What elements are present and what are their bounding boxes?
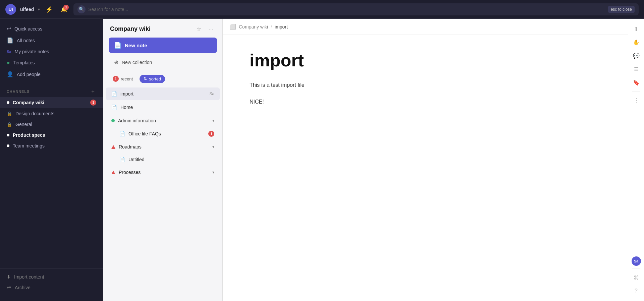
note-icon-home: 📄 — [111, 105, 117, 110]
collection-dot-roadmaps — [111, 145, 115, 149]
add-people-icon: 👤 — [7, 71, 13, 77]
sidebar-item-product-specs[interactable]: Product specs — [0, 130, 103, 140]
sidebar-item-company-wiki[interactable]: Company wiki 1 — [0, 97, 103, 108]
search-input[interactable] — [88, 7, 605, 12]
doc-para-1: This is a test import file — [250, 81, 601, 89]
note-meta-import: Sa — [209, 92, 214, 96]
import-icon: ⬇ — [7, 274, 11, 280]
lightning-icon-button[interactable]: ⚡ — [44, 4, 55, 15]
note-name-import: import — [120, 91, 206, 97]
collection-dot-admin — [111, 119, 115, 122]
note-name-untitled: Untitled — [128, 157, 214, 162]
sidebar-item-import-content[interactable]: ⬇ Import content — [0, 272, 103, 282]
search-bar: 🔍 esc to close — [73, 3, 639, 15]
archive-label: Archive — [15, 285, 31, 290]
all-notes-icon: 📄 — [7, 37, 13, 44]
sidebar-item-my-private-notes[interactable]: Sa My private notes — [0, 46, 103, 57]
workspace-name[interactable]: uifeed — [20, 7, 34, 12]
sidebar-item-templates[interactable]: ● Templates — [0, 57, 103, 68]
middle-panel-title: Company wiki — [110, 25, 151, 33]
channel-badge-company-wiki: 1 — [90, 100, 96, 106]
star-button[interactable]: ☆ — [194, 24, 204, 34]
new-note-label: New note — [125, 43, 147, 48]
collection-dot-processes — [111, 171, 115, 174]
topbar: Ui uifeed ▾ ⚡ 🔔 1 🔍 esc to close — [0, 0, 644, 19]
list-button[interactable]: ☰ — [630, 63, 642, 75]
doc-para-2: NICE! — [250, 98, 601, 106]
interact-button[interactable]: ✋ — [630, 36, 642, 48]
collection-name-processes: Processes — [119, 170, 209, 175]
collection-header-roadmaps[interactable]: Roadmaps ▾ — [106, 140, 220, 153]
sidebar-item-label-quick-access: Quick access — [14, 26, 42, 32]
middle-panel: Company wiki ☆ ⋯ 📄 New note ⊕ New collec… — [103, 19, 223, 301]
channel-label-product-specs: Product specs — [13, 132, 45, 138]
sidebar-item-design-documents[interactable]: 🔒 Design documents — [0, 108, 103, 119]
share-button[interactable]: ⬆ — [630, 23, 642, 35]
avatar-button[interactable]: Ui — [5, 4, 16, 15]
channels-section-header: CHANNELS ＋ — [0, 84, 103, 97]
collection-chevron-admin: ▾ — [212, 118, 214, 123]
sidebar: ↩ Quick access 📄 All notes Sa My private… — [0, 19, 103, 301]
notification-button[interactable]: 🔔 1 — [59, 4, 69, 15]
toolbar-divider — [632, 91, 640, 92]
sidebar-item-all-notes[interactable]: 📄 All notes — [0, 35, 103, 46]
sidebar-item-label-templates: Templates — [13, 60, 35, 65]
collection-chevron-processes: ▾ — [212, 170, 214, 175]
new-note-button[interactable]: 📄 New note — [109, 38, 217, 53]
content-body: import This is a test import file NICE! — [223, 35, 628, 301]
search-icon[interactable]: 🔍 — [77, 5, 86, 13]
help-button[interactable]: ? — [630, 285, 642, 297]
note-item-home[interactable]: 📄 Home — [106, 101, 220, 114]
sidebar-item-general[interactable]: 🔒 General — [0, 119, 103, 130]
comment-button[interactable]: 💬 — [630, 50, 642, 62]
toolbar-bottom: Sa ⌘ ? — [630, 256, 642, 297]
bookmark-button[interactable]: 🔖 — [630, 76, 642, 88]
sidebar-item-archive[interactable]: 🗃 Archive — [0, 282, 103, 293]
sidebar-item-add-people[interactable]: 👤 Add people — [0, 68, 103, 80]
middle-header-actions: ☆ ⋯ — [194, 24, 216, 34]
sidebar-item-label-add-people: Add people — [17, 72, 41, 77]
filter-sorted-button[interactable]: ⇅ sorted — [140, 75, 165, 83]
channel-dot-team-meetings — [7, 144, 9, 147]
esc-close-label[interactable]: esc to close — [608, 6, 635, 13]
channel-label-team-meetings: Team meetings — [13, 143, 45, 148]
new-note-icon: 📄 — [114, 42, 121, 49]
add-channel-button[interactable]: ＋ — [90, 88, 96, 95]
workspace-chevron-icon[interactable]: ▾ — [38, 7, 40, 12]
content-topbar: ⬜ Company wiki / import — [223, 19, 628, 35]
recent-badge: 1 — [113, 76, 119, 82]
templates-icon: ● — [7, 60, 10, 66]
new-collection-button[interactable]: ⊕ New collection — [109, 56, 217, 69]
collection-header-admin[interactable]: Admin information ▾ — [106, 114, 220, 127]
sidebar-item-quick-access[interactable]: ↩ Quick access — [0, 23, 103, 35]
note-item-import[interactable]: 📄 import Sa — [106, 87, 220, 100]
note-icon-office-faqs: 📄 — [119, 131, 125, 136]
archive-icon: 🗃 — [7, 285, 11, 290]
sidebar-nav: ↩ Quick access 📄 All notes Sa My private… — [0, 19, 103, 84]
more-options-button[interactable]: ⋯ — [206, 24, 216, 34]
filter-recent-button[interactable]: 1 recent — [109, 74, 137, 83]
command-button[interactable]: ⌘ — [630, 272, 642, 284]
user-avatar[interactable]: Sa — [632, 256, 641, 266]
collection-header-processes[interactable]: Processes ▾ — [106, 166, 220, 179]
breadcrumb: Company wiki / import — [239, 24, 621, 29]
breadcrumb-separator: / — [271, 24, 272, 29]
right-toolbar: ⬆ ✋ 💬 ☰ 🔖 ⋮ Sa ⌘ ? — [628, 19, 644, 301]
sub-note-untitled[interactable]: 📄 Untitled — [106, 154, 220, 165]
expand-icon[interactable]: ⬜ — [229, 23, 236, 30]
collection-name-admin: Admin information — [118, 118, 209, 123]
more-button[interactable]: ⋮ — [630, 94, 642, 106]
sub-note-office-life-faqs[interactable]: 📄 Office life FAQs 1 — [106, 128, 220, 140]
channel-label-design-documents: Design documents — [15, 111, 54, 116]
new-collection-label: New collection — [122, 60, 152, 65]
middle-header: Company wiki ☆ ⋯ — [103, 19, 222, 38]
sidebar-item-team-meetings[interactable]: Team meetings — [0, 140, 103, 151]
channel-dot-company-wiki — [7, 101, 9, 104]
import-label: Import content — [14, 274, 44, 280]
sidebar-item-label-private: My private notes — [14, 49, 49, 54]
filter-recent-label: recent — [121, 76, 133, 81]
breadcrumb-parent[interactable]: Company wiki — [239, 24, 268, 29]
note-name-office-faqs: Office life FAQs — [128, 131, 205, 136]
channels-label: CHANNELS — [7, 89, 30, 94]
doc-title: import — [250, 51, 601, 70]
